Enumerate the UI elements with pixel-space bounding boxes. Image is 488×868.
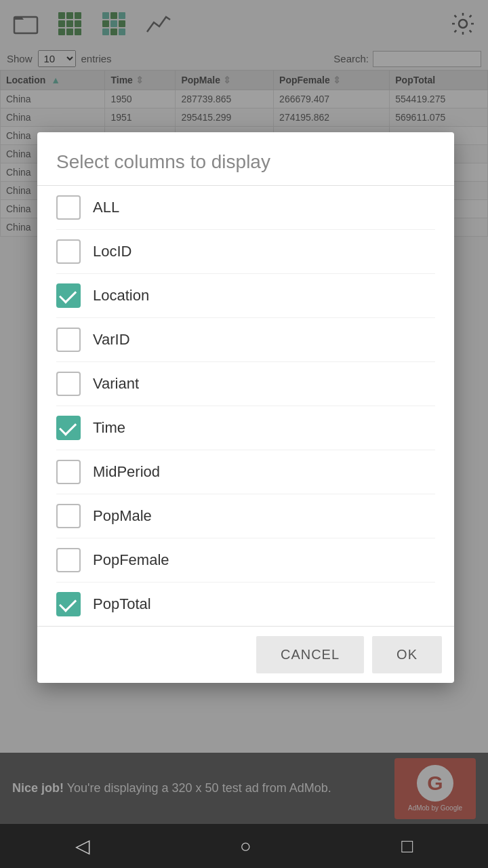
cancel-button[interactable]: CANCEL bbox=[256, 636, 364, 673]
nav-back-button[interactable]: ◁ bbox=[75, 835, 90, 857]
checkbox-row-variant[interactable]: Variant bbox=[56, 362, 435, 406]
checkbox-popmale[interactable] bbox=[56, 504, 81, 528]
checkbox-label-location: Location bbox=[93, 287, 149, 304]
checkbox-label-popmale: PopMale bbox=[93, 507, 152, 525]
checkbox-row-poptotal[interactable]: PopTotal bbox=[56, 583, 435, 626]
checkbox-all[interactable] bbox=[56, 195, 81, 220]
checkbox-varid[interactable] bbox=[56, 328, 81, 352]
checkbox-row-midperiod[interactable]: MidPeriod bbox=[56, 450, 435, 494]
column-select-dialog: Select columns to display ALLLocIDLocati… bbox=[37, 132, 454, 683]
checkbox-label-time: Time bbox=[93, 419, 125, 437]
checkbox-variant[interactable] bbox=[56, 372, 81, 396]
checkbox-midperiod[interactable] bbox=[56, 460, 81, 484]
checkbox-label-all: ALL bbox=[93, 199, 119, 216]
checkbox-row-time[interactable]: Time bbox=[56, 406, 435, 450]
checkbox-label-varid: VarID bbox=[93, 331, 130, 349]
checkbox-row-locid[interactable]: LocID bbox=[56, 230, 435, 274]
checkbox-label-poptotal: PopTotal bbox=[93, 595, 151, 613]
checkbox-row-all[interactable]: ALL bbox=[56, 186, 435, 230]
checkbox-row-location[interactable]: Location bbox=[56, 274, 435, 318]
checkbox-label-midperiod: MidPeriod bbox=[93, 463, 160, 481]
checkbox-location[interactable] bbox=[56, 283, 81, 308]
checkbox-label-variant: Variant bbox=[93, 375, 139, 393]
ok-button[interactable]: OK bbox=[372, 636, 442, 673]
dialog-title: Select columns to display bbox=[37, 132, 454, 186]
dialog-footer: CANCEL OK bbox=[37, 626, 454, 683]
checkbox-label-popfemale: PopFemale bbox=[93, 551, 169, 569]
checkbox-row-popfemale[interactable]: PopFemale bbox=[56, 538, 435, 583]
nav-recent-button[interactable]: □ bbox=[401, 835, 413, 857]
checkbox-row-popmale[interactable]: PopMale bbox=[56, 494, 435, 538]
dialog-body: ALLLocIDLocationVarIDVariantTimeMidPerio… bbox=[37, 186, 454, 626]
checkbox-row-varid[interactable]: VarID bbox=[56, 318, 435, 362]
nav-home-button[interactable]: ○ bbox=[240, 835, 251, 857]
bottom-nav: ◁ ○ □ bbox=[0, 824, 488, 868]
checkbox-label-locid: LocID bbox=[93, 243, 131, 260]
checkbox-popfemale[interactable] bbox=[56, 548, 81, 572]
checkbox-poptotal[interactable] bbox=[56, 592, 81, 616]
checkbox-time[interactable] bbox=[56, 416, 81, 440]
checkbox-locid[interactable] bbox=[56, 239, 81, 264]
